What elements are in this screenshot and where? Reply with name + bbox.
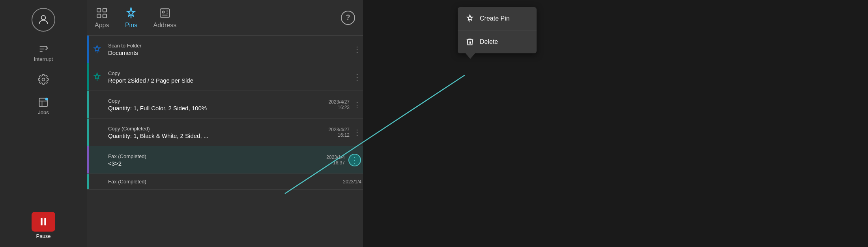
tab-pins[interactable]: Pins (125, 7, 137, 29)
sidebar: Interrupt Jobs Pause (0, 0, 87, 247)
job-content: Scan to Folder Documents (105, 36, 351, 63)
svg-rect-7 (103, 8, 107, 12)
table-row: Copy (Completed) Quantity: 1, Black & Wh… (87, 119, 363, 146)
job-desc: Report 2Sided / 2 Page per Side (108, 77, 348, 84)
nav-tabs: Apps Pins Address (95, 7, 176, 29)
job-content: Copy (Completed) Quantity: 1, Black & Wh… (105, 119, 327, 146)
svg-rect-4 (41, 218, 43, 226)
job-desc: Documents (108, 49, 348, 56)
tab-address[interactable]: Address (153, 7, 176, 29)
job-desc: Quantity: 1, Black & White, 2 Sided, ... (108, 132, 324, 139)
svg-rect-9 (103, 14, 107, 17)
avatar[interactable] (32, 8, 55, 32)
svg-point-0 (41, 15, 46, 20)
job-more-button[interactable]: ⋮ (351, 63, 363, 91)
job-meta: 2023/4/27 16:23 (327, 91, 351, 118)
spacer-area: Create Pin Delete (363, 0, 868, 247)
job-time: 16:12 (338, 132, 350, 138)
svg-rect-11 (160, 9, 170, 17)
table-row: Fax (Completed) <3>2 2023/1/4 16:37 ⋮ (87, 146, 363, 174)
job-meta: 2023/1/4 (341, 174, 363, 189)
tab-apps[interactable]: Apps (95, 7, 109, 29)
job-title: Fax (Completed) (108, 153, 322, 159)
job-content: Copy Report 2Sided / 2 Page per Side (105, 63, 351, 91)
sidebar-item-interrupt[interactable]: Interrupt (34, 43, 53, 62)
connector-line (363, 0, 868, 247)
job-date: 2023/1/4 (326, 155, 345, 160)
top-nav: Apps Pins Address ? (87, 0, 363, 36)
svg-rect-5 (44, 218, 46, 226)
job-meta: 2023/1/4 16:37 (325, 146, 346, 173)
job-more-button-active[interactable]: ⋮ (348, 154, 361, 166)
job-time: 16:23 (338, 105, 350, 110)
svg-point-12 (162, 11, 164, 13)
jobs-list: Scan to Folder Documents ⋮ Copy Report 2… (87, 36, 363, 247)
context-menu-delete[interactable]: Delete (458, 30, 537, 53)
pin-icon (466, 14, 474, 23)
job-more-button[interactable]: ⋮ (351, 36, 363, 63)
job-content: Copy Quantity: 1, Full Color, 2 Sided, 1… (105, 91, 327, 118)
job-content: Fax (Completed) <3>2 (105, 146, 325, 173)
table-row: Scan to Folder Documents ⋮ (87, 36, 363, 63)
pause-button[interactable] (32, 212, 55, 232)
job-more-button[interactable]: ⋮ (351, 91, 363, 118)
job-title: Copy (108, 70, 348, 76)
table-row: Fax (Completed) 2023/1/4 (87, 174, 363, 190)
context-menu-create-pin[interactable]: Create Pin (458, 7, 537, 30)
context-menu-container: Create Pin Delete (458, 7, 537, 59)
help-button[interactable]: ? (341, 11, 355, 25)
job-time: 16:37 (333, 160, 345, 166)
delete-label: Delete (480, 38, 498, 45)
job-title: Copy (108, 98, 324, 104)
context-menu: Create Pin Delete (458, 7, 537, 53)
job-title: Scan to Folder (108, 43, 348, 49)
sidebar-item-jobs[interactable]: Jobs (38, 97, 49, 115)
svg-rect-6 (97, 8, 101, 12)
job-date: 2023/4/27 (329, 127, 350, 132)
job-meta: 2023/4/27 16:12 (327, 119, 351, 146)
table-row: Copy Report 2Sided / 2 Page per Side ⋮ (87, 63, 363, 91)
job-desc: <3>2 (108, 160, 322, 167)
job-date: 2023/4/27 (329, 99, 350, 105)
sidebar-item-settings[interactable] (38, 74, 49, 85)
svg-point-1 (42, 78, 45, 81)
context-menu-arrow (466, 53, 475, 59)
job-title: Copy (Completed) (108, 126, 324, 132)
job-content: Fax (Completed) (105, 174, 341, 189)
pin-icon (89, 63, 105, 91)
job-desc: Quantity: 1, Full Color, 2 Sided, 100% (108, 105, 324, 111)
main-panel: Apps Pins Address ? (87, 0, 363, 247)
create-pin-label: Create Pin (480, 15, 510, 22)
svg-rect-8 (97, 14, 101, 17)
job-more-button[interactable]: ⋮ (351, 119, 363, 146)
sidebar-item-pause[interactable]: Pause (32, 212, 55, 239)
trash-icon (466, 38, 474, 46)
svg-point-3 (45, 98, 48, 100)
pin-icon (89, 36, 105, 63)
job-date: 2023/1/4 (343, 179, 361, 185)
job-title: Fax (Completed) (108, 179, 338, 185)
table-row: Copy Quantity: 1, Full Color, 2 Sided, 1… (87, 91, 363, 119)
